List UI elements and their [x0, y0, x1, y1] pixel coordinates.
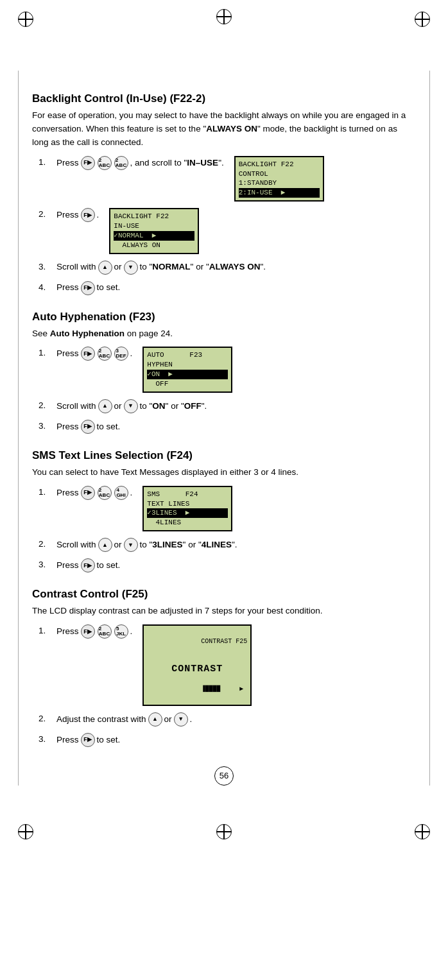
step-autohyphen-2: 2. Scroll with or to "ON" or "OFF". — [39, 399, 416, 413]
step-num: 2. — [39, 712, 56, 725]
step-text-toset: to set. — [97, 734, 121, 746]
step-backlight-3: 3. Scroll with or to "NORMAL" or "ALWAYS… — [39, 261, 416, 275]
step-num: 1. — [39, 624, 56, 637]
step-row: Press F▶ . — [56, 208, 99, 222]
step-with-screen: Press F▶ 2ABC 5JKL . CONTRAST F25 CONTRA… — [56, 624, 252, 706]
step-text-or: or — [164, 713, 172, 726]
step-text: Press — [56, 625, 79, 638]
btn-5jkl: 5JKL — [114, 624, 128, 639]
step-text: Press — [56, 559, 79, 572]
up-arrow-button — [98, 538, 112, 552]
step-num: 3. — [39, 558, 56, 571]
step-text-and: , and scroll to "IN–USE". — [130, 157, 224, 169]
section-contrast: Contrast Control (F25) The LCD display c… — [32, 588, 416, 747]
lcd-sms-1: SMS F24TEXT LINES✓3LINES ▶ 4LINES — [142, 486, 232, 531]
step-with-screen: Press F▶ . BACKLIGHT F22IN-USE✓NORMAL ▶ … — [56, 208, 199, 254]
step-text: Press — [56, 734, 79, 746]
fn-button: F▶ — [81, 420, 95, 434]
lcd-contrast-1: CONTRAST F25 CONTRAST ▐████ ▶ — [142, 624, 252, 706]
step-text-or: or — [114, 261, 122, 273]
step-num: 3. — [39, 733, 56, 746]
step-sms-3: 3. Press F▶ to set. — [39, 558, 416, 572]
step-row: Press F▶ to set. — [56, 733, 120, 747]
step-content: Press F▶ to set. — [56, 733, 416, 747]
step-text-or: or — [114, 400, 122, 413]
section-intro-autohyphen: See Auto Hyphenation on page 24. — [32, 327, 416, 341]
step-content: Press F▶ 2ABC 5JKL . CONTRAST F25 CONTRA… — [56, 624, 416, 706]
section-intro-contrast: The LCD display contrast can be adjusted… — [32, 605, 416, 618]
step-num: 4. — [39, 281, 56, 294]
step-row: Press F▶ 2ABC 5JKL . — [56, 624, 132, 639]
step-content: Press F▶ 2ABC 2ABC , and scroll to "IN–U… — [56, 156, 416, 202]
step-sms-2: 2. Scroll with or to "3LINES" or "4LINES… — [39, 538, 416, 552]
step-content: Adjust the contrast with or . — [56, 712, 416, 726]
step-text-to: to "3LINES" or "4LINES". — [140, 538, 237, 551]
section-backlight: Backlight Control (In-Use) (F22-2) For e… — [32, 92, 416, 295]
step-text: Adjust the contrast with — [56, 713, 146, 726]
section-title-sms: SMS Text Lines Selection (F24) — [32, 449, 416, 462]
step-with-screen: Press F▶ 2ABC 2ABC , and scroll to "IN–U… — [56, 156, 324, 202]
step-content: Scroll with or to "NORMAL" or "ALWAYS ON… — [56, 261, 416, 275]
btn-4ghi: 4GHI — [114, 486, 128, 500]
section-title-autohyphen: Auto Hyphenation (F23) — [32, 311, 416, 323]
step-num: 1. — [39, 347, 56, 359]
section-autohyphen: Auto Hyphenation (F23) See Auto Hyphenat… — [32, 311, 416, 434]
step-text: Press — [56, 347, 79, 360]
down-arrow-button — [124, 261, 138, 275]
btn-2abc-1: 2ABC — [98, 156, 112, 170]
step-num: 2. — [39, 538, 56, 551]
step-content: Press F▶ to set. — [56, 558, 416, 572]
reg-mark-bottom-right — [415, 824, 430, 839]
step-backlight-4: 4. Press F▶ to set. — [39, 281, 416, 295]
step-text-period: . — [130, 486, 133, 499]
step-text: Press — [56, 420, 79, 433]
step-left: Press F▶ 2ABC 5JKL . — [56, 624, 132, 639]
page-circle: 56 — [214, 766, 234, 786]
step-left: Press F▶ 2ABC 2ABC , and scroll to "IN–U… — [56, 156, 224, 170]
step-autohyphen-1: 1. Press F▶ 2ABC 3DEF . AUTO — [39, 347, 416, 392]
registration-row-top — [0, 0, 448, 39]
btn-3def: 3DEF — [114, 347, 128, 361]
step-left: Press F▶ 2ABC 4GHI . — [56, 486, 132, 500]
step-contrast-2: 2. Adjust the contrast with or . — [39, 712, 416, 726]
btn-2abc: 2ABC — [98, 347, 112, 361]
step-text-to: to "ON" or "OFF". — [140, 400, 207, 413]
fn-button: F▶ — [81, 486, 95, 500]
step-text-to: to "NORMAL" or "ALWAYS ON". — [140, 261, 266, 273]
page-number-container: 56 — [32, 766, 416, 786]
step-num: 1. — [39, 486, 56, 499]
step-row: Press F▶ 2ABC 4GHI . — [56, 486, 132, 500]
steps-autohyphen: 1. Press F▶ 2ABC 3DEF . AUTO — [39, 347, 416, 433]
down-arrow-button — [174, 712, 188, 726]
lcd-backlight-1: BACKLIGHT F22CONTROL1:STANDBY2:IN-USE ▶ — [234, 156, 324, 202]
step-row: Scroll with or to "NORMAL" or "ALWAYS ON… — [56, 261, 266, 275]
step-content: Press F▶ . BACKLIGHT F22IN-USE✓NORMAL ▶ … — [56, 208, 416, 254]
section-title-contrast: Contrast Control (F25) — [32, 588, 416, 601]
reg-mark-bottom-center — [216, 824, 232, 839]
step-text-toset: to set. — [97, 281, 121, 294]
btn-2abc: 2ABC — [98, 486, 112, 500]
btn-2abc: 2ABC — [98, 624, 112, 639]
step-num: 2. — [39, 399, 56, 412]
step-with-screen: Press F▶ 2ABC 4GHI . SMS F24TEXT LINES✓3… — [56, 486, 232, 531]
fn-button: F▶ — [81, 156, 95, 170]
down-arrow-button — [124, 538, 138, 552]
step-contrast-3: 3. Press F▶ to set. — [39, 733, 416, 747]
reg-mark-top-left — [18, 12, 33, 27]
fn-button: F▶ — [81, 281, 95, 295]
step-num: 3. — [39, 261, 56, 273]
step-num: 2. — [39, 208, 56, 221]
step-row: Press F▶ to set. — [56, 558, 120, 572]
section-intro-sms: You can select to have Text Messages dis… — [32, 466, 416, 479]
step-text-press: Press — [56, 157, 79, 169]
step-contrast-1: 1. Press F▶ 2ABC 5JKL . — [39, 624, 416, 706]
step-content: Press F▶ to set. — [56, 420, 416, 434]
down-arrow-button — [124, 399, 138, 413]
step-sms-1: 1. Press F▶ 2ABC 4GHI . SMS — [39, 486, 416, 531]
step-text: Scroll with — [56, 261, 96, 273]
step-text: Scroll with — [56, 538, 96, 551]
step-text: Press — [56, 281, 79, 294]
section-intro-backlight: For ease of operation, you may select to… — [32, 109, 416, 150]
step-text-toset: to set. — [97, 559, 121, 572]
lcd-autohyphen-1: AUTO F23HYPHEN✓ON ▶ OFF — [142, 347, 232, 392]
